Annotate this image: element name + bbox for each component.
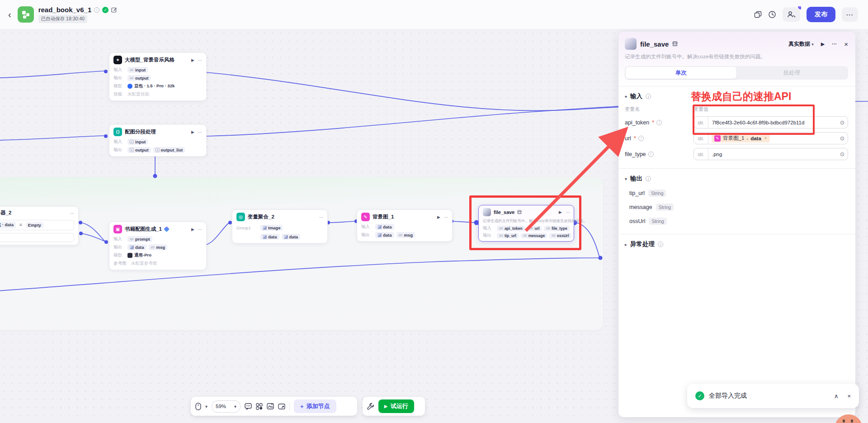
edit-icon[interactable] <box>111 7 117 13</box>
caret-down-icon[interactable]: ▾ <box>205 404 208 409</box>
run-toolbar: ▶ 试运行 <box>363 397 425 416</box>
row-label: 输入 <box>113 67 125 73</box>
collaborators-button[interactable] <box>783 7 800 22</box>
node-llm[interactable]: ✦ 大模型_背景音乐风格 ▶··· 输入 strinput 输出 stroutp… <box>109 52 207 101</box>
node-run-icon[interactable]: ▶ <box>191 58 194 62</box>
io-tag: strmsg <box>149 244 167 250</box>
output-row: messageString <box>625 204 848 211</box>
condition-row-empty[interactable] <box>0 233 74 242</box>
debug-wrench-icon[interactable] <box>367 403 374 410</box>
info-icon[interactable]: i <box>658 242 663 247</box>
node-title: 书籍配图生成_1 <box>125 226 162 233</box>
snapshot-icon[interactable] <box>267 403 274 409</box>
node-run-icon[interactable]: ▶ <box>437 215 440 219</box>
node-run-icon[interactable]: ▶ <box>191 227 194 232</box>
info-icon[interactable]: i <box>646 94 651 99</box>
row-label: 输出 <box>113 75 125 81</box>
info-icon[interactable]: i <box>638 136 644 141</box>
node-title: 变量聚合_2 <box>248 214 274 220</box>
ref-status: 未配置参考图 <box>131 261 157 266</box>
import-toast: ✓ 全部导入完成 ∧ × <box>687 384 859 408</box>
image-edit-node-icon: ✎ <box>714 135 721 142</box>
condition-row[interactable]: 图像生成 · data = Empty <box>0 220 74 230</box>
annotation-text: 替换成自己的速推API <box>691 90 791 104</box>
back-icon[interactable]: ‹ <box>8 10 11 20</box>
target-icon[interactable]: ⊙ <box>840 135 844 142</box>
row-label: 输出 <box>113 147 125 153</box>
node-more-icon[interactable]: ··· <box>444 215 448 219</box>
node-code[interactable]: ⟨⟩ 配图分段处理 ▶··· 输入 input 输出 output output… <box>109 124 207 157</box>
caret-down-icon: ▾ <box>811 42 814 47</box>
target-icon[interactable]: ⊙ <box>840 151 844 157</box>
divider <box>618 234 855 234</box>
node-selector[interactable]: 选择器_2 ··· 图像生成 · data = Empty <box>0 206 79 245</box>
variable-ref-tag[interactable]: ✎ 背景图_1 - data × <box>712 134 770 143</box>
code-node-icon: ⟨⟩ <box>113 128 122 136</box>
image-gen-node-icon: ▣ <box>113 225 122 233</box>
info-icon[interactable]: i <box>646 176 651 181</box>
target-icon[interactable]: ⊙ <box>840 119 844 126</box>
info-icon[interactable]: i <box>648 152 654 157</box>
toast-close-icon[interactable]: × <box>847 393 851 399</box>
more-menu-button[interactable]: ··· <box>842 7 858 22</box>
tab-single[interactable]: 单次 <box>626 67 736 79</box>
io-tag: data <box>127 244 146 250</box>
image-icon <box>263 226 267 230</box>
error-section-header[interactable]: ▸ 异常处理 i <box>625 240 848 248</box>
publish-button[interactable]: 发布 <box>807 7 835 22</box>
panel-desc: 记录生成的文件到账号中。解决coze有些链接失效快的问题。 <box>625 53 848 60</box>
workflow-title: read_book_v6_1 <box>38 6 92 14</box>
app-logo[interactable] <box>18 6 34 23</box>
panel-run-icon[interactable]: ▶ <box>821 41 825 47</box>
output-section-header[interactable]: ▾ 输出 i <box>625 175 848 183</box>
llm-node-icon: ✦ <box>113 56 122 64</box>
duplicate-icon[interactable] <box>754 11 762 19</box>
add-node-button[interactable]: + 添加节点 <box>294 399 336 413</box>
node-book-image[interactable]: ▣ 书籍配图生成_1 ▶··· 输入 strprompt 输出 data str… <box>109 222 207 270</box>
io-tag: stroutput <box>127 75 151 81</box>
panel-more-icon[interactable]: ··· <box>832 41 837 47</box>
type-select[interactable]: str. <box>694 148 708 160</box>
history-icon[interactable] <box>768 10 776 19</box>
condition-ref-tag: 图像生成 · data <box>0 222 16 228</box>
image-edit-node-icon: ✎ <box>361 213 370 221</box>
file-type-input[interactable]: str. .png ⊙ <box>693 148 848 160</box>
model-name: 通用-Pro <box>127 252 151 258</box>
node-more-icon[interactable]: ··· <box>319 215 323 219</box>
node-more-icon[interactable]: ··· <box>70 211 74 215</box>
row-label: 技能 <box>113 91 125 97</box>
test-run-button[interactable]: ▶ 试运行 <box>378 399 414 413</box>
zoom-select[interactable]: 59% ▾ <box>212 400 241 413</box>
node-title: 大模型_背景音乐风格 <box>125 57 175 63</box>
node-merge[interactable]: ◎ 变量聚合_2 ··· Group1 Image data data <box>232 209 328 243</box>
play-icon: ▶ <box>384 404 387 409</box>
type-badge: String <box>649 218 666 225</box>
type-badge: String <box>656 204 674 211</box>
file-type-value[interactable]: .png <box>708 152 726 157</box>
top-bar: ‹ read_book_v6_1 i ✓ 已自动保存 18:30:40 发布 ·… <box>0 0 868 29</box>
wire <box>0 71 105 78</box>
remove-ref-icon[interactable]: × <box>764 136 767 141</box>
condition-value-tag: Empty <box>26 222 43 228</box>
io-tag: data <box>375 232 394 238</box>
panel-close-icon[interactable]: × <box>844 40 848 48</box>
auto-layout-icon[interactable] <box>256 403 263 410</box>
node-more-icon[interactable]: ··· <box>198 58 202 62</box>
node-more-icon[interactable]: ··· <box>198 227 202 232</box>
io-tag: data <box>260 234 279 240</box>
node-run-icon[interactable]: ▶ <box>191 130 194 134</box>
comment-icon[interactable] <box>245 403 252 410</box>
export-canvas-icon[interactable] <box>278 404 285 409</box>
info-icon[interactable]: i <box>656 120 662 125</box>
pointer-mode-icon[interactable] <box>195 403 201 410</box>
tab-batch[interactable]: 批处理 <box>736 67 847 79</box>
toast-message: 全部导入完成 <box>709 392 747 400</box>
divider <box>618 168 855 169</box>
info-icon[interactable]: i <box>94 7 99 13</box>
row-label: 输入 <box>361 224 373 230</box>
row-label: 输入 <box>113 236 125 242</box>
node-bg-image[interactable]: ✎ 背景图_1 ▶··· 输入 data 输出 data strmsg <box>357 209 453 242</box>
data-mode-dropdown[interactable]: 真实数据 ▾ <box>788 40 814 48</box>
node-more-icon[interactable]: ··· <box>198 130 202 134</box>
toast-collapse-icon[interactable]: ∧ <box>834 393 839 399</box>
